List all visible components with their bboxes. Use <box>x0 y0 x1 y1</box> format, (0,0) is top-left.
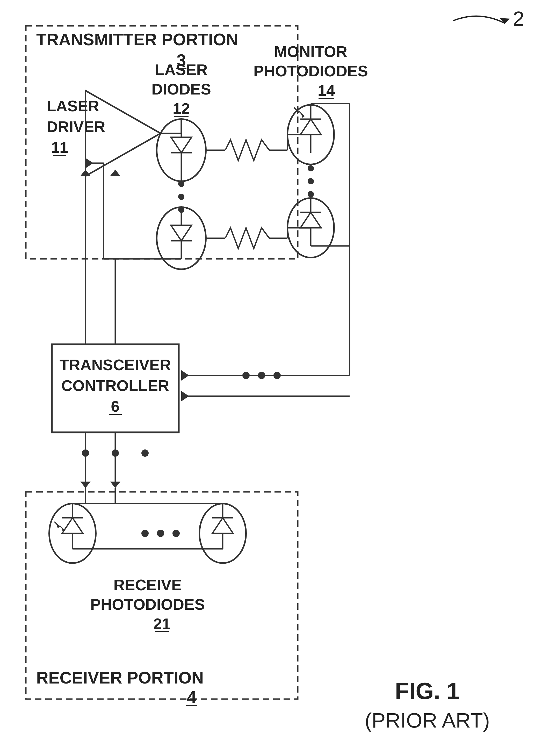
receiver-portion-label: RECEIVER PORTION <box>36 668 204 687</box>
signal-dots-2 <box>258 372 265 379</box>
laser-diode-2-symbol <box>171 225 192 241</box>
svg-marker-0 <box>500 18 510 23</box>
svg-line-24 <box>299 111 304 117</box>
rpd-label2: PHOTODIODES <box>90 596 205 613</box>
monitor-pd-number: 14 <box>318 82 335 99</box>
receiver-portion-box <box>26 492 298 699</box>
rpd-dots-3 <box>172 530 180 537</box>
svg-line-52 <box>60 526 65 531</box>
rpd-dots-2 <box>157 530 164 537</box>
laser-driver-number: 11 <box>51 139 68 156</box>
resistor-2 <box>225 228 287 249</box>
receive-pd-2-symbol <box>212 518 233 533</box>
figure-number-2: 2 <box>453 7 524 30</box>
tc-label2: CONTROLLER <box>61 377 169 394</box>
monitor-pd-dots-1 <box>308 165 314 171</box>
arrow-to-driver <box>85 158 93 168</box>
receive-pd-1-symbol <box>62 518 83 533</box>
signal-dots-1 <box>242 372 250 379</box>
monitor-pd-dots-3 <box>308 191 314 197</box>
laser-diodes-label2: DIODES <box>151 81 211 98</box>
rpd-label: RECEIVE <box>113 576 182 594</box>
monitor-pd-dots-2 <box>308 178 314 184</box>
tc-number: 6 <box>111 398 119 415</box>
laser-diode-1-symbol <box>171 137 192 153</box>
dots-between-diodes-1 <box>178 181 184 187</box>
fig-number-label: 2 <box>513 7 524 30</box>
arrow-tc-to-rpd <box>80 482 91 488</box>
arrow-tc-to-driver <box>80 170 91 176</box>
fig1-label: FIG. 1 <box>395 678 460 704</box>
bottom-dots-3 <box>141 449 149 457</box>
monitor-pd-label2: PHOTODIODES <box>254 62 368 80</box>
transmitter-portion-label: TRANSMITTER PORTION <box>36 30 238 49</box>
arrow-to-tc-right2 <box>181 391 189 401</box>
prior-art-label: (PRIOR ART) <box>365 709 490 732</box>
diagram-container: 2 TRANSMITTER PORTION 3 LASER DRIVER 11 … <box>0 0 549 756</box>
arrow-tc-to-driver2 <box>110 170 120 176</box>
dots-between-diodes-2 <box>178 194 184 200</box>
receiver-portion-number: 4 <box>187 688 196 707</box>
arrow-tc-to-rpd2 <box>110 482 120 488</box>
laser-diodes-label: LASER <box>155 61 207 78</box>
laser-diodes-number: 12 <box>173 100 190 117</box>
rpd-dots-1 <box>141 530 149 537</box>
arrow-to-tc-right <box>181 370 189 381</box>
signal-dots-3 <box>273 372 281 379</box>
laser-driver-label: LASER <box>47 97 99 115</box>
monitor-pd-1-symbol <box>300 119 321 135</box>
rpd-number: 21 <box>153 615 171 633</box>
tc-label1: TRANSCEIVER <box>60 356 171 374</box>
svg-line-54 <box>54 522 60 527</box>
monitor-pd-2-symbol <box>300 212 321 228</box>
laser-driver-label2: DRIVER <box>47 118 105 135</box>
monitor-pd-label: MONITOR <box>274 43 347 60</box>
resistor-1 <box>225 140 287 161</box>
